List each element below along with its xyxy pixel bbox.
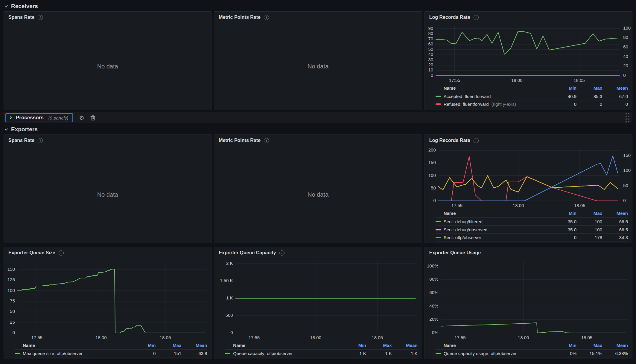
panel-header[interactable]: Spans Rate i bbox=[4, 12, 211, 23]
series-color-swatch bbox=[436, 103, 441, 105]
row-title: Processors bbox=[16, 115, 44, 121]
section-title: Receivers bbox=[11, 3, 38, 10]
legend-col-name[interactable]: Name bbox=[15, 343, 130, 348]
legend-series-row[interactable]: Queue capacity usage: otlp/observer0%15.… bbox=[436, 349, 628, 357]
svg-text:200: 200 bbox=[428, 147, 436, 152]
legend-series-row[interactable]: Sent: debug/observed35.010066.5 bbox=[436, 225, 628, 233]
legend-series-row[interactable]: Refused: fluentforward(right y-axis)000 bbox=[436, 100, 628, 108]
info-icon[interactable]: i bbox=[474, 15, 479, 20]
info-icon[interactable]: i bbox=[474, 138, 479, 143]
svg-text:10: 10 bbox=[428, 67, 433, 72]
legend-series-row[interactable]: Queue capacity: otlp/observer1 K1 K1 K bbox=[225, 349, 417, 357]
svg-text:0%: 0% bbox=[432, 330, 438, 335]
svg-text:50: 50 bbox=[431, 185, 436, 190]
info-icon[interactable]: i bbox=[264, 15, 269, 20]
row-drag-handle[interactable] bbox=[626, 113, 629, 123]
legend-col-min[interactable]: Min bbox=[551, 343, 576, 348]
panel-header[interactable]: Metric Points Rate i bbox=[214, 135, 422, 146]
info-icon[interactable]: i bbox=[264, 138, 269, 143]
series-mean: 67.0 bbox=[602, 94, 628, 99]
series-name: Queue capacity usage: otlp/observer bbox=[444, 351, 517, 356]
svg-text:150: 150 bbox=[623, 153, 631, 158]
panel-header[interactable]: Exporter Queue Capacity i bbox=[214, 247, 422, 259]
info-icon[interactable]: i bbox=[38, 15, 43, 20]
legend-col-max[interactable]: Max bbox=[366, 343, 392, 348]
series-mean: 6.38% bbox=[602, 351, 628, 356]
legend-header: NameMinMaxMean bbox=[436, 84, 628, 92]
chart-canvas[interactable]: 05001 K1.50 K2 K17:5518:0018:05 bbox=[214, 259, 422, 341]
svg-text:75: 75 bbox=[10, 298, 15, 303]
time-series-chart[interactable]: 05001 K1.50 K2 K17:5518:0018:05 bbox=[214, 259, 422, 341]
legend-col-mean[interactable]: Mean bbox=[181, 343, 207, 348]
time-series-chart[interactable]: 025507510012515017:5518:0018:05 bbox=[4, 259, 211, 341]
legend-col-name[interactable]: Name bbox=[436, 211, 551, 216]
series-color-swatch bbox=[15, 353, 20, 354]
time-series-chart[interactable]: 05010015020017:5518:0018:05050100150 bbox=[425, 146, 632, 209]
legend-col-mean[interactable]: Mean bbox=[602, 211, 628, 216]
panel-header[interactable]: Metric Points Rate i bbox=[214, 12, 422, 23]
legend-col-max[interactable]: Max bbox=[576, 343, 602, 348]
time-series-chart[interactable]: 010203040506070809017:5518:0018:05020406… bbox=[425, 23, 632, 84]
row-header-receivers[interactable]: Receivers bbox=[4, 1, 632, 11]
series-color-swatch bbox=[225, 353, 230, 354]
svg-text:2 K: 2 K bbox=[226, 261, 233, 266]
legend-series-row[interactable]: Sent: otlp/observer017834.3 bbox=[436, 233, 628, 241]
legend-col-name[interactable]: Name bbox=[225, 343, 340, 348]
row-header-exporters[interactable]: Exporters bbox=[4, 124, 632, 134]
legend-col-max[interactable]: Max bbox=[576, 85, 602, 91]
svg-text:17:55: 17:55 bbox=[249, 335, 260, 340]
legend-col-mean[interactable]: Mean bbox=[392, 343, 418, 348]
svg-text:18:00: 18:00 bbox=[95, 335, 107, 340]
chart-canvas[interactable]: 010203040506070809017:5518:0018:05020406… bbox=[425, 23, 632, 84]
chart-canvas[interactable]: 05010015020017:5518:0018:05050100150 bbox=[425, 146, 632, 209]
panel-title: Spans Rate bbox=[8, 15, 34, 20]
info-icon[interactable]: i bbox=[38, 138, 43, 143]
legend-col-max[interactable]: Max bbox=[576, 211, 602, 216]
legend-col-min[interactable]: Min bbox=[551, 211, 576, 216]
row-delete-button[interactable] bbox=[90, 115, 95, 121]
svg-text:80%: 80% bbox=[429, 276, 438, 282]
legend-col-name[interactable]: Name bbox=[436, 85, 551, 91]
chevron-down-icon bbox=[4, 4, 8, 8]
chart-canvas[interactable]: 025507510012515017:5518:0018:05 bbox=[4, 259, 211, 341]
svg-text:0: 0 bbox=[231, 330, 233, 335]
info-icon[interactable]: i bbox=[279, 250, 284, 256]
series-name: Sent: debug/observed bbox=[444, 227, 488, 232]
no-data-message: No data bbox=[214, 23, 422, 110]
series-color-swatch bbox=[436, 237, 441, 238]
svg-text:17:55: 17:55 bbox=[31, 335, 42, 340]
legend-series-row[interactable]: Max queue size: otlp/observer015163.8 bbox=[15, 349, 207, 357]
panel-exporter-queue-usage: Exporter Queue Usage 0%20%40%60%80%100%1… bbox=[424, 247, 632, 359]
panel-header[interactable]: Exporter Queue Size i bbox=[4, 247, 211, 259]
svg-text:0: 0 bbox=[623, 198, 626, 203]
legend-series-row[interactable]: Sent: debug/filtered35.010066.5 bbox=[436, 217, 628, 225]
svg-text:150: 150 bbox=[7, 267, 15, 272]
row-toggle-processors[interactable]: Processors (9 panels) bbox=[5, 113, 73, 122]
panel-header[interactable]: Log Records Rate i bbox=[425, 135, 632, 146]
svg-text:50: 50 bbox=[623, 183, 628, 188]
legend-col-min[interactable]: Min bbox=[340, 343, 366, 348]
legend-col-mean[interactable]: Mean bbox=[602, 85, 628, 91]
svg-text:50: 50 bbox=[10, 309, 15, 314]
legend-series-row[interactable]: Accepted: fluentforward40.985.367.0 bbox=[436, 92, 628, 100]
panel-receivers-spans-rate: Spans Rate i No data bbox=[4, 11, 212, 110]
panel-header[interactable]: Spans Rate i bbox=[4, 135, 211, 146]
legend-col-mean[interactable]: Mean bbox=[602, 343, 628, 348]
legend-col-name[interactable]: Name bbox=[436, 343, 551, 348]
grafana-dashboard: Receivers Spans Rate i No data Metric Po… bbox=[0, 0, 636, 364]
series-color-swatch bbox=[436, 229, 441, 230]
legend-col-max[interactable]: Max bbox=[156, 343, 181, 348]
svg-text:40%: 40% bbox=[429, 303, 438, 308]
legend-col-min[interactable]: Min bbox=[130, 343, 156, 348]
time-series-chart[interactable]: 0%20%40%60%80%100%17:5518:0018:05 bbox=[425, 259, 632, 341]
info-icon[interactable]: i bbox=[59, 250, 64, 256]
svg-text:30: 30 bbox=[428, 57, 433, 62]
panel-header[interactable]: Exporter Queue Usage bbox=[425, 247, 632, 259]
panel-title: Log Records Rate bbox=[429, 15, 470, 20]
series-name: Accepted: fluentforward bbox=[444, 94, 491, 99]
row-settings-button[interactable]: ⚙ bbox=[79, 115, 84, 121]
panel-title: Log Records Rate bbox=[429, 138, 470, 143]
panel-header[interactable]: Log Records Rate i bbox=[425, 12, 632, 23]
chart-canvas[interactable]: 0%20%40%60%80%100%17:5518:0018:05 bbox=[425, 259, 632, 341]
legend-col-min[interactable]: Min bbox=[551, 85, 576, 91]
